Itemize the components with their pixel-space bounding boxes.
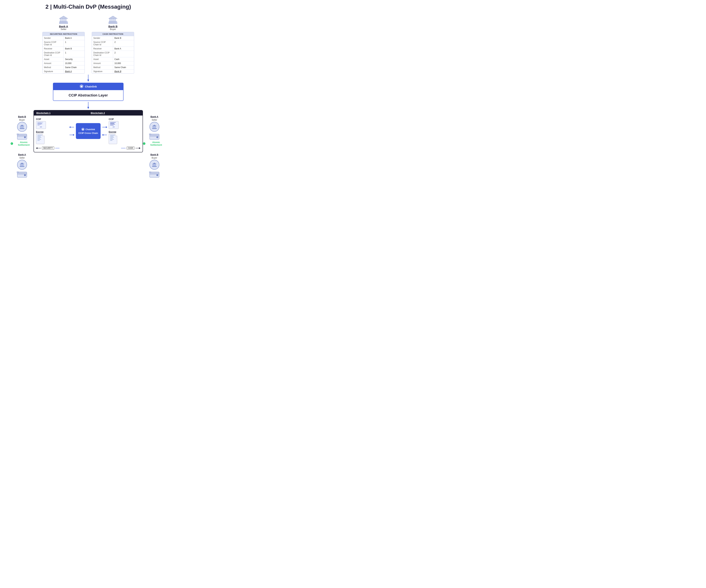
sec-val-3: Bank B	[64, 47, 85, 51]
sec-label-6: Amount	[42, 61, 64, 65]
bc1-doc-line-3	[37, 137, 41, 137]
svg-marker-17	[81, 85, 82, 87]
right-bottom-entity: Bank B Buyer	[149, 153, 160, 178]
bc1-escrow-label: Escrow	[36, 131, 68, 133]
securities-table-header: SECURITIES INSTRUCTION	[42, 32, 84, 36]
bottom-area: Bank B Buyer	[3, 110, 173, 178]
svg-rect-20	[20, 128, 24, 129]
right-bottom-bank-role: Buyer	[152, 157, 157, 159]
cash-label-8: Signature	[92, 70, 113, 73]
bc1-doc-line-2	[37, 136, 41, 136]
securities-table: SECURITIES INSTRUCTION Sender Bank A Sou…	[42, 32, 85, 74]
cash-label-6: Amount	[92, 61, 113, 65]
right-atomic-text: Atomic Settlement	[147, 141, 166, 146]
instructions-row: Bank A Seller SECURITIES INSTRUCTION Sen…	[42, 15, 134, 74]
svg-marker-25	[20, 125, 24, 126]
svg-marker-45	[82, 129, 84, 130]
bc1-ccip-label: CCIP	[36, 118, 68, 121]
sec-val-7: Same Chain	[64, 66, 85, 69]
right-top-entity: Bank A Seller	[143, 115, 166, 146]
arrow-to-blockchains	[86, 102, 90, 109]
bank-icon-right-top	[152, 124, 157, 129]
cash-row-6: Amount 10,000	[92, 61, 134, 65]
arrow-to-chainlink	[86, 75, 90, 82]
cash-label-box: CASH	[127, 146, 134, 150]
bc2-arrows	[102, 126, 107, 136]
diagram: 2 | Multi-Chain DvP (Messaging)	[3, 3, 173, 178]
cash-transfer-row: CASH	[121, 146, 141, 150]
middle-blockchain-section: Blockchain 1 Blockchain 2 CCIP	[34, 110, 143, 178]
svg-rect-65	[149, 134, 151, 135]
wallet-icon-right-top	[149, 132, 160, 140]
bank-b-name: Bank B	[108, 25, 118, 28]
bc2-doc-fold	[115, 134, 117, 136]
securities-instruction-block: Bank A Seller SECURITIES INSTRUCTION Sen…	[42, 15, 85, 74]
arrow-cash-left	[121, 147, 126, 150]
sec-label-5: Asset	[42, 57, 64, 61]
bank-icon-left-top	[19, 124, 25, 129]
svg-rect-69	[154, 164, 155, 166]
cash-val-4: 2	[113, 51, 134, 57]
bc2-doc-line-1	[110, 135, 115, 135]
bc2-header: Blockchain 2	[88, 111, 143, 116]
arrow-center-to-bc2	[102, 126, 107, 128]
page-container: 2 | Multi-Chain DvP (Messaging)	[3, 3, 173, 178]
svg-point-38	[24, 174, 26, 176]
svg-rect-56	[152, 128, 157, 129]
cash-label-3: Receiver	[92, 47, 113, 51]
bc1-header: Blockchain 1	[34, 111, 88, 116]
cash-label-2: Source CCIP Chain Id	[92, 40, 113, 47]
center-bridge-cross-chain: CCIP Cross Chain	[78, 132, 98, 134]
cash-row-1: Sender Bank B	[92, 36, 134, 40]
cash-val-2: 2	[113, 40, 134, 47]
svg-rect-0	[59, 23, 68, 24]
left-side-panel: Bank B Buyer	[10, 110, 34, 178]
cash-row-8: Signature Bank B	[92, 69, 134, 73]
chainlink-abstraction-container: Chainlink CCIP Abstraction Layer	[53, 83, 123, 101]
left-bottom-entity: Bank A Seller	[17, 153, 27, 178]
sec-row-2: Source CCIP Chain Id 1	[42, 40, 84, 47]
check-icon-right	[143, 142, 145, 145]
ccip-abstraction-box: CCIP Abstraction Layer	[53, 90, 123, 101]
sec-row-5: Asset Security	[42, 57, 84, 61]
left-bottom-bank-icon	[17, 160, 27, 170]
chainlink-logo-top	[80, 84, 83, 88]
bc2-doc-line-5	[110, 139, 114, 140]
sec-label-4: Destination CCIP Chain Id	[42, 51, 64, 57]
cash-row-4: Destination CCIP Chain Id 2	[92, 51, 134, 57]
svg-marker-55	[139, 147, 141, 149]
left-bottom-bank-role: Seller	[19, 157, 25, 159]
down-arrow-svg-2	[86, 102, 90, 109]
bank-a-icon	[58, 15, 69, 24]
svg-rect-73	[150, 173, 159, 174]
svg-rect-59	[154, 126, 155, 128]
svg-rect-30	[20, 166, 24, 167]
svg-marker-49	[102, 134, 104, 136]
left-atomic-settlement: Atomic Settlement	[10, 141, 34, 146]
page-title: 2 | Multi-Chain DvP (Messaging)	[45, 3, 131, 10]
wallet-icon-left-top	[17, 132, 27, 140]
chainlink-name-label: Chainlink	[85, 85, 97, 88]
wallet-icon-left-bottom	[17, 170, 27, 178]
svg-rect-29	[17, 134, 19, 135]
bc1-arrows	[69, 126, 74, 136]
cash-val-5: Cash	[113, 57, 134, 61]
bc2-escrow-label: Escrow	[109, 131, 141, 133]
svg-point-28	[24, 136, 26, 138]
check-icon-left	[10, 142, 13, 145]
bc1-header-text: Blockchain 1	[36, 112, 50, 114]
right-atomic-settlement: Atomic Settlement	[143, 141, 166, 146]
left-top-entity: Bank B Buyer	[10, 115, 34, 146]
svg-rect-13	[109, 22, 117, 22]
svg-marker-15	[87, 80, 89, 82]
cash-val-7: Same Chain	[113, 66, 134, 69]
cash-val-3: Bank A	[113, 47, 134, 51]
sec-label-3: Receiver	[42, 47, 64, 51]
arrow-security-left	[36, 147, 41, 150]
bc2-content: CCIP </> Escrow	[109, 118, 141, 144]
bc2-code-line-1	[110, 122, 116, 123]
right-bottom-bank-name: Bank B	[151, 153, 158, 156]
arrow-cash-right	[135, 147, 141, 150]
arrow-center-to-bc1	[69, 126, 74, 128]
left-bottom-bank-name: Bank A	[18, 153, 26, 156]
